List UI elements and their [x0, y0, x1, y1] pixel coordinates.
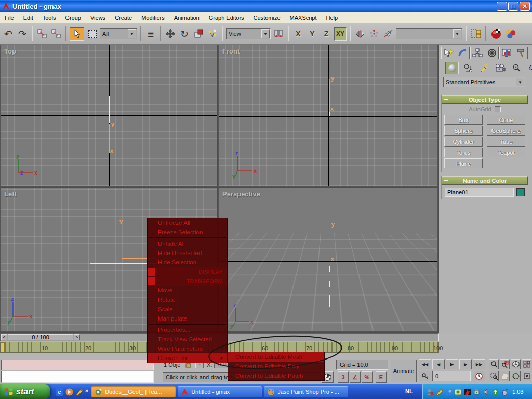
tab-modify[interactable]	[456, 47, 470, 59]
quick-launch-ie-icon[interactable]: e	[56, 388, 63, 396]
tray-usb-icon[interactable]	[473, 388, 481, 396]
category-cameras-icon[interactable]	[494, 62, 507, 74]
object-type-rollout-header[interactable]: Object Type	[442, 95, 528, 104]
quick-launch-media-player-icon[interactable]	[65, 388, 73, 396]
named-selection-sets-select[interactable]: ▼	[396, 28, 462, 39]
task-gmax[interactable]: Untitled - gmax	[178, 386, 262, 397]
time-slider-next-icon[interactable]: >	[74, 334, 80, 340]
name-color-rollout-header[interactable]: Name and Color	[442, 176, 528, 185]
select-and-manipulate-icon[interactable]	[206, 27, 219, 41]
tray-users-icon[interactable]	[445, 388, 453, 396]
menu-header-transform[interactable]: TRANSFORM	[148, 276, 227, 286]
menu-item-freeze-selection[interactable]: Freeze Selection	[148, 228, 227, 237]
dropdown-arrow-icon[interactable]: ▼	[261, 29, 270, 38]
restrict-z-button[interactable]: Z	[320, 27, 332, 41]
primitive-cylinder-button[interactable]: Cylinder	[444, 137, 483, 147]
tab-utilities[interactable]	[514, 47, 528, 59]
zoom-extents-icon[interactable]	[511, 359, 521, 369]
primitive-teapot-button[interactable]: Teapot	[487, 148, 525, 157]
menu-file[interactable]: File	[0, 12, 19, 23]
primitive-plane-button[interactable]: Plane	[444, 158, 483, 168]
zoom-extents-all-icon[interactable]	[522, 359, 531, 369]
plane-object-edge[interactable]	[329, 281, 330, 287]
menu-item-move[interactable]: Move	[148, 286, 227, 295]
primitive-box-button[interactable]: Box	[444, 115, 483, 125]
menu-item-unhide-all[interactable]: Unhide All	[148, 239, 227, 248]
object-color-swatch[interactable]	[516, 188, 525, 196]
close-button[interactable]: ✕	[520, 2, 530, 11]
mirror-icon[interactable]	[354, 27, 366, 41]
tray-mouse-icon[interactable]	[501, 388, 509, 396]
dropdown-arrow-icon[interactable]: ▼	[453, 29, 461, 38]
tab-hierarchy[interactable]	[470, 47, 484, 59]
restrict-y-button[interactable]: Y	[306, 27, 318, 41]
material-editor-icon[interactable]	[504, 27, 517, 41]
menu-graph-editors[interactable]: Graph Editors	[204, 12, 249, 23]
primitive-sphere-button[interactable]: Sphere	[444, 126, 483, 136]
object-name-field[interactable]: Plane01	[445, 188, 514, 197]
track-view-icon[interactable]	[470, 27, 482, 41]
menu-item-hide-unselected[interactable]: Hide Unselected	[148, 248, 227, 258]
array-icon[interactable]	[368, 27, 380, 41]
language-indicator[interactable]: NL	[405, 388, 413, 394]
tab-display[interactable]	[499, 47, 513, 59]
angle-snap-icon[interactable]: ∠	[350, 371, 361, 383]
animate-button[interactable]: Animate	[391, 360, 417, 382]
restrict-x-button[interactable]: X	[292, 27, 304, 41]
track-bar-marker[interactable]	[1, 342, 5, 352]
menu-item-convert-editable-poly[interactable]: Convert to Editable Poly	[228, 362, 324, 371]
menu-item-convert-editable-mesh[interactable]: Convert to Editable Mesh	[228, 352, 324, 362]
menu-item-hide-selection[interactable]: Hide Selection	[148, 258, 227, 267]
go-to-end-icon[interactable]: ▶▶	[473, 359, 485, 369]
task-paint-shop-pro[interactable]: Jasc Paint Shop Pro - ...	[264, 386, 348, 397]
plane-object-edge[interactable]	[329, 112, 330, 116]
menu-create[interactable]: Create	[110, 12, 137, 23]
quick-launch-paint-icon[interactable]	[75, 388, 83, 396]
next-frame-icon[interactable]: ▶	[459, 359, 472, 369]
align-icon[interactable]	[382, 27, 394, 41]
select-and-scale-icon[interactable]	[192, 27, 205, 41]
render-icon[interactable]	[489, 27, 503, 41]
select-and-move-icon[interactable]	[164, 27, 177, 41]
time-configuration-icon[interactable]	[473, 371, 485, 381]
minimize-button[interactable]: _	[497, 2, 507, 11]
quick-launch-more-icon[interactable]: »	[85, 387, 88, 393]
primitive-category-select[interactable]: Standard Primitives ▼	[443, 77, 525, 87]
category-helpers-icon[interactable]	[510, 62, 523, 74]
autogrid-checkbox[interactable]	[495, 106, 501, 112]
go-to-start-icon[interactable]: ◀◀	[419, 359, 431, 369]
use-center-icon[interactable]	[272, 27, 285, 41]
current-frame-field[interactable]: 0	[432, 371, 471, 381]
coord-system-select[interactable]: View ▼	[226, 28, 271, 39]
menu-views[interactable]: Views	[86, 12, 110, 23]
primitive-tube-button[interactable]: Tube	[487, 137, 525, 147]
menu-group[interactable]: Group	[60, 12, 86, 23]
plane-object-edge[interactable]	[329, 295, 330, 307]
viewport-front[interactable]: y x Front z y x	[218, 45, 438, 187]
title-bar[interactable]: Untitled - gmax _ □ ✕	[0, 0, 532, 12]
tab-motion[interactable]	[485, 47, 499, 59]
play-animation-icon[interactable]: ▶	[446, 359, 458, 369]
pan-hand-icon[interactable]	[500, 371, 510, 381]
menu-item-convert-editable-patch[interactable]: Convert to Editable Patch	[228, 371, 324, 380]
previous-frame-icon[interactable]: ◀	[432, 359, 445, 369]
menu-item-wire-parameters[interactable]: Wire Parameters	[148, 344, 227, 353]
maxscript-listener-pink[interactable]	[1, 360, 154, 370]
category-geometry-icon[interactable]	[445, 62, 459, 74]
menu-maxscript[interactable]: MAXScript	[285, 12, 322, 23]
select-object-icon[interactable]	[70, 27, 84, 41]
menu-item-track-view-selected[interactable]: Track View Selected	[148, 335, 227, 344]
maxscript-listener-white[interactable]	[1, 371, 154, 383]
menu-item-rotate[interactable]: Rotate	[148, 295, 227, 304]
arc-rotate-icon[interactable]	[511, 371, 521, 381]
snap-toggle-3d-icon[interactable]: 3	[338, 371, 349, 383]
select-and-rotate-icon[interactable]: ↻	[178, 27, 191, 41]
zoom-icon[interactable]	[489, 359, 499, 369]
tray-ati-icon[interactable]	[454, 388, 462, 396]
percent-snap-icon[interactable]: %	[362, 371, 373, 383]
primitive-torus-button[interactable]: Torus	[444, 148, 483, 157]
primitive-geosphere-button[interactable]: GeoSphere	[487, 126, 525, 136]
menu-customize[interactable]: Customize	[249, 12, 285, 23]
key-mode-icon[interactable]	[419, 371, 431, 381]
start-button[interactable]: start	[0, 384, 50, 399]
